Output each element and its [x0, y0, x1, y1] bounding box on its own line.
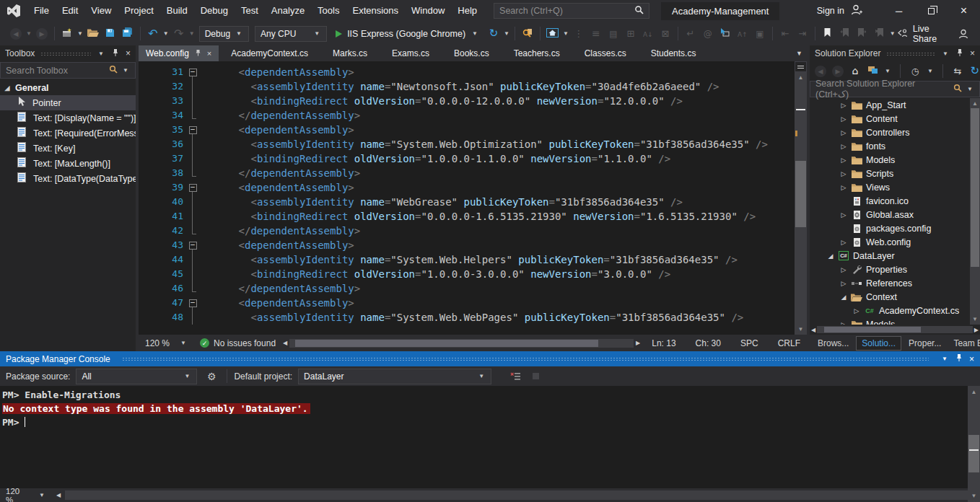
navigate-forward-button[interactable]: ▶ [34, 25, 50, 43]
toolbox-item-text-display-name-[interactable]: Text: [Display(Name = "")] [0, 110, 136, 126]
navigate-backward-button[interactable]: ◀ [814, 64, 827, 79]
tab-students-cs[interactable]: Students.cs [639, 45, 709, 61]
toolbox-item-text-key-[interactable]: Text: [Key] [0, 141, 136, 156]
navigate-forward-button[interactable]: ▶ [831, 64, 844, 79]
save-all-button[interactable] [120, 25, 136, 43]
expander-collapsed-icon[interactable]: ▷ [840, 157, 847, 164]
console-vertical-scrollbar[interactable]: ▲ ▼ [968, 386, 980, 502]
tab-academycontext-cs[interactable]: AcademyContext.cs [219, 45, 320, 61]
document-outline-button[interactable]: ▤ [605, 25, 621, 43]
scroll-up-icon[interactable]: ▲ [968, 389, 980, 395]
drag-grip[interactable] [886, 52, 935, 56]
chevron-down-icon[interactable]: ▼ [927, 68, 933, 74]
editor-vertical-scrollbar[interactable]: ▲ ▼ [795, 61, 807, 335]
tool-tab-proper[interactable]: Proper... [904, 337, 946, 350]
window-position-menu-icon[interactable]: ▼ [942, 50, 948, 57]
comment-selection-button[interactable]: ↵ [683, 25, 699, 43]
scroll-up-icon[interactable]: ▲ [795, 74, 807, 81]
solution-platform-dropdown[interactable]: Any CPU ▼ [255, 26, 327, 42]
menu-item-test[interactable]: Test [235, 0, 265, 22]
switch-views-button[interactable] [866, 64, 879, 79]
window-position-menu-icon[interactable]: ▼ [98, 50, 104, 57]
tree-item-models[interactable]: ▷Models [810, 153, 980, 167]
home-button[interactable]: ⌂ [849, 64, 862, 79]
expander-collapsed-icon[interactable]: ▷ [840, 239, 847, 246]
scroll-left-icon[interactable]: ◀ [811, 327, 815, 333]
default-project-dropdown[interactable]: DataLayer ▼ [298, 369, 491, 384]
scrollbar-thumb[interactable] [971, 108, 979, 267]
menu-item-edit[interactable]: Edit [56, 0, 84, 22]
tree-item-global-asax[interactable]: ▷Global.asax [810, 208, 980, 221]
tree-vertical-scrollbar[interactable]: ▲ ▼ [970, 98, 980, 325]
tab-exams-cs[interactable]: Exams.cs [380, 45, 442, 61]
remove-unused-button[interactable]: ⊠ [657, 25, 673, 43]
column-indicator[interactable]: Ch: 30 [696, 338, 721, 348]
menu-item-help[interactable]: Help [451, 0, 484, 22]
scroll-right-icon[interactable]: ▶ [636, 340, 640, 346]
window-position-menu-icon[interactable]: ▼ [942, 356, 948, 362]
package-source-dropdown[interactable]: All ▼ [76, 369, 197, 384]
new-project-button[interactable] [59, 25, 75, 43]
tab-books-cs[interactable]: Books.cs [442, 45, 502, 61]
tree-horizontal-scrollbar[interactable]: ◀ ▶ [810, 325, 980, 335]
chevron-down-icon[interactable]: ▼ [504, 30, 509, 37]
sign-in-button[interactable]: Sign in [817, 4, 862, 17]
editor-horizontal-scrollbar[interactable]: ◀ ▶ [283, 339, 640, 348]
menu-item-file[interactable]: File [27, 0, 56, 22]
spaces-indicator[interactable]: SPC [740, 338, 758, 348]
expander-collapsed-icon[interactable]: ▷ [840, 266, 847, 273]
scroll-down-icon[interactable]: ▼ [968, 493, 980, 499]
console-zoom-dropdown[interactable]: 120 % ▼ [0, 487, 52, 502]
collapse-region-button[interactable]: − [189, 126, 197, 134]
solution-explorer-search-input[interactable]: Search Solution Explorer (Ctrl+ک) ▼ [810, 81, 980, 97]
save-button[interactable] [102, 25, 118, 43]
pin-icon[interactable] [195, 48, 201, 58]
tree-item-favicon-ico[interactable]: favicon.ico [810, 194, 980, 208]
navigate-backward-button[interactable]: ◀ [8, 25, 24, 43]
close-icon[interactable]: × [969, 354, 974, 364]
scroll-left-icon[interactable]: ◀ [56, 492, 61, 498]
indent-increase-button[interactable]: ⇥ [795, 25, 810, 43]
menu-item-build[interactable]: Build [160, 0, 194, 22]
tree-item-app-start[interactable]: ▷App_Start [810, 98, 980, 112]
expander-collapsed-icon[interactable]: ▷ [840, 280, 847, 287]
feedback-button[interactable] [955, 25, 971, 43]
tree-item-academycontext-cs[interactable]: ▷C#AcademyContext.cs [810, 304, 980, 317]
toolbox-item-pointer[interactable]: Pointer [0, 95, 136, 110]
expander-collapsed-icon[interactable]: ▷ [840, 115, 847, 123]
expander-collapsed-icon[interactable]: ▷ [853, 307, 860, 314]
tree-item-web-config[interactable]: ▷Web.config [810, 235, 980, 249]
menu-item-window[interactable]: Window [405, 0, 451, 22]
tool-tab-teame[interactable]: Team E... [948, 337, 980, 350]
tree-item-packages-config[interactable]: packages.config [810, 221, 980, 235]
copy-parent-button[interactable]: ▣ [752, 25, 768, 43]
sync-with-active-document-button[interactable]: ⇆ [951, 64, 964, 79]
close-icon[interactable]: × [126, 48, 131, 58]
bookmark-button[interactable] [820, 25, 836, 43]
menu-item-view[interactable]: View [84, 0, 118, 22]
tree-item-references[interactable]: ▷References [810, 276, 980, 290]
toolbox-item-text-datatype-datatype-[interactable]: Text: [DataType(DataType.... [0, 171, 136, 186]
chevron-down-icon[interactable]: ▼ [563, 30, 569, 37]
scrollbar-thumb[interactable] [795, 161, 806, 227]
drag-grip[interactable] [122, 357, 929, 361]
collapse-region-button[interactable]: − [189, 299, 197, 307]
tab-overflow-icon[interactable]: ▼ [796, 45, 802, 61]
scroll-down-icon[interactable]: ▼ [795, 326, 807, 333]
tree-item-models[interactable]: ▷Models [810, 317, 980, 325]
code-editor[interactable]: 31− <dependentAssembly>32 <assemblyIdent… [139, 61, 807, 335]
redo-button[interactable]: ↷ [171, 25, 187, 43]
collapse-region-button[interactable]: − [189, 242, 197, 250]
tab-web-config[interactable]: Web.config× [139, 45, 219, 61]
scroll-down-icon[interactable]: ▼ [970, 316, 980, 322]
drag-grip[interactable] [40, 52, 91, 56]
tree-item-scripts[interactable]: ▷Scripts [810, 167, 980, 180]
stop-button[interactable] [528, 368, 543, 385]
refresh-button[interactable]: ↻ [486, 25, 502, 43]
at-symbol-button[interactable]: @ [700, 25, 716, 43]
previous-bookmark-button[interactable] [837, 25, 853, 43]
toolbox-section-general[interactable]: ◢ General [0, 80, 136, 95]
restore-button[interactable] [915, 0, 948, 22]
menu-item-extensions[interactable]: Extensions [346, 0, 405, 22]
scrollbar-thumb[interactable] [968, 435, 979, 472]
